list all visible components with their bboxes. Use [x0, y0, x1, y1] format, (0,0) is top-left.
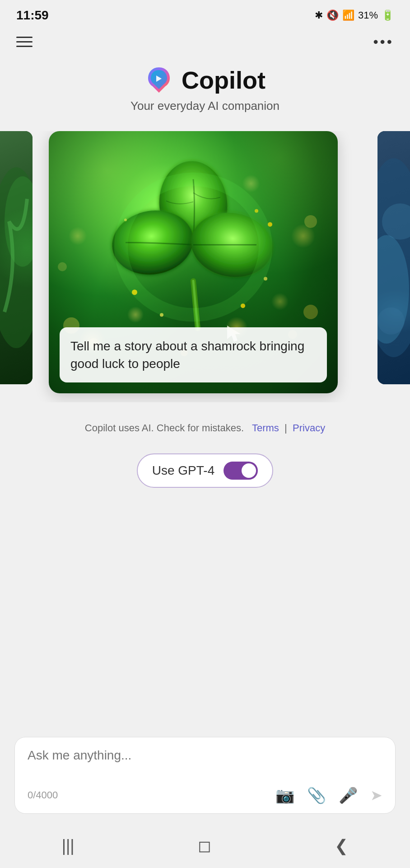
svg-point-8: [264, 277, 267, 280]
status-time: 11:59: [16, 8, 49, 23]
privacy-link[interactable]: Privacy: [293, 422, 325, 434]
chat-input[interactable]: [28, 748, 382, 777]
app-name: Copilot: [182, 66, 266, 94]
svg-point-17: [304, 215, 317, 228]
disclaimer-text: Copilot uses AI. Check for mistakes. Ter…: [0, 413, 410, 443]
suggestion-carousel: Tell me a story about a shamrock bringin…: [0, 131, 410, 402]
input-area: 0/4000 📷 📎 🎤 ➤: [14, 737, 396, 814]
more-options-button[interactable]: •••: [373, 33, 394, 50]
svg-point-4: [186, 207, 277, 283]
svg-point-6: [160, 313, 163, 316]
svg-point-5: [132, 289, 137, 295]
svg-point-3: [107, 204, 198, 281]
svg-point-15: [303, 305, 318, 319]
nav-back-icon[interactable]: |||: [62, 836, 75, 855]
battery-text: 31%: [358, 9, 378, 21]
status-icons: ✱ 🔇 📶 31% 🔋: [315, 9, 394, 21]
card-caption: Tell me a story about a shamrock bringin…: [60, 327, 327, 382]
copilot-logo-icon: [144, 66, 173, 94]
svg-point-11: [268, 222, 272, 226]
terms-link[interactable]: Terms: [252, 422, 279, 434]
hamburger-line-3: [16, 46, 33, 47]
svg-point-24: [377, 307, 405, 335]
shamrock-svg-icon: [98, 152, 288, 342]
svg-point-18: [58, 262, 67, 271]
mic-button[interactable]: 🎤: [339, 786, 358, 804]
left-peek-image: [0, 131, 33, 384]
app-bar: •••: [0, 27, 410, 57]
bluetooth-icon: ✱: [315, 9, 323, 21]
gpt4-toggle-row: Use GPT-4: [0, 453, 410, 488]
card-background: Tell me a story about a shamrock bringin…: [49, 131, 338, 393]
input-action-icons: 📷 📎 🎤 ➤: [275, 786, 382, 804]
char-count: 0/4000: [28, 789, 58, 801]
send-button[interactable]: ➤: [370, 787, 382, 804]
input-toolbar: 0/4000 📷 📎 🎤 ➤: [28, 786, 382, 804]
wifi-icon: 📶: [342, 9, 354, 21]
nav-recents-icon[interactable]: ❮: [335, 836, 348, 855]
disclaimer-main: Copilot uses AI. Check for mistakes.: [85, 422, 244, 434]
card-caption-text: Tell me a story about a shamrock bringin…: [70, 339, 304, 371]
gpt4-toggle[interactable]: [224, 462, 258, 480]
status-bar: 11:59 ✱ 🔇 📶 31% 🔋: [0, 0, 410, 27]
right-peek-image: [377, 131, 410, 384]
svg-point-10: [124, 218, 127, 221]
svg-point-2: [156, 158, 231, 250]
mute-icon: 🔇: [326, 9, 339, 21]
carousel-right-peek[interactable]: [377, 131, 410, 384]
carousel-center-card[interactable]: Tell me a story about a shamrock bringin…: [49, 131, 338, 393]
hamburger-line-2: [16, 41, 33, 42]
menu-button[interactable]: [16, 37, 33, 47]
nav-home-icon[interactable]: ◻: [198, 836, 211, 855]
gpt4-label: Use GPT-4: [152, 463, 214, 478]
svg-point-7: [241, 303, 245, 308]
camera-button[interactable]: 📷: [275, 786, 294, 804]
svg-point-12: [121, 179, 266, 315]
tagline: Your everyday AI companion: [130, 99, 280, 113]
attach-button[interactable]: 📎: [307, 786, 326, 804]
toggle-thumb: [242, 463, 256, 478]
hamburger-line-1: [16, 37, 33, 38]
app-header: Copilot Your everyday AI companion: [0, 57, 410, 120]
title-row: Copilot: [144, 66, 266, 94]
gpt4-pill: Use GPT-4: [137, 453, 273, 488]
carousel-left-peek[interactable]: [0, 131, 33, 384]
svg-point-9: [255, 209, 258, 212]
navigation-bar: ||| ◻ ❮: [0, 828, 410, 868]
battery-icon: 🔋: [382, 9, 394, 21]
